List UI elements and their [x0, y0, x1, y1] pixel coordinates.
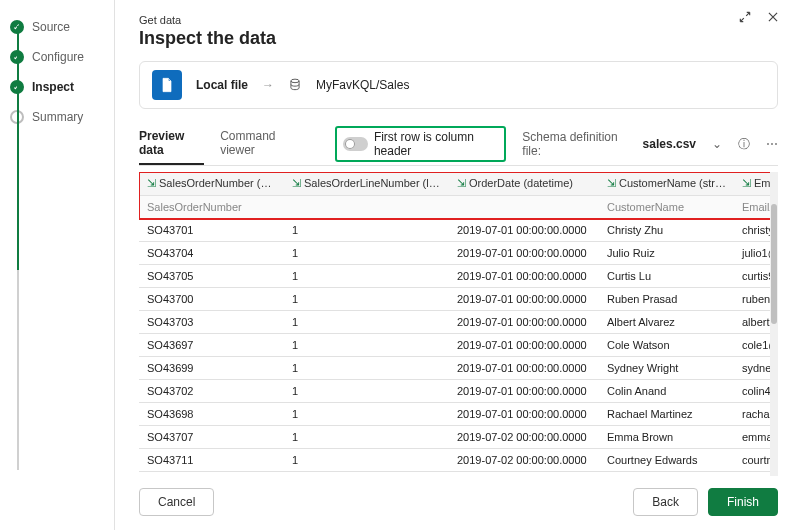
table-cell: Colin Anand: [599, 380, 734, 403]
tabs-row: Preview data Command viewer First row is…: [139, 123, 778, 166]
tab-preview-data[interactable]: Preview data: [139, 123, 204, 165]
table-row[interactable]: SO4370612019-07-02 00:00:00.0000Edward B…: [139, 472, 778, 477]
table-cell: Cole Watson: [599, 334, 734, 357]
table-cell: SO43698: [139, 403, 284, 426]
table-row[interactable]: SO4370212019-07-01 00:00:00.0000Colin An…: [139, 380, 778, 403]
table-row[interactable]: SO4369812019-07-01 00:00:00.0000Rachael …: [139, 403, 778, 426]
close-icon[interactable]: [766, 10, 780, 27]
step-configure[interactable]: ✓ Configure: [10, 42, 114, 72]
table-cell: 1: [284, 219, 449, 242]
table-cell: 1: [284, 242, 449, 265]
chevron-down-icon[interactable]: ⌄: [712, 137, 722, 151]
step-label: Summary: [32, 110, 83, 124]
destination-path: MyFavKQL/Sales: [316, 78, 409, 92]
main-panel: Get data Inspect the data Local file → M…: [115, 0, 800, 530]
table-cell: Sydney Wright: [599, 357, 734, 380]
table-row[interactable]: SO4370112019-07-01 00:00:00.0000Christy …: [139, 219, 778, 242]
preview-table: ⇲SalesOrderNumber (string) ⇲SalesOrderLi…: [139, 172, 778, 476]
table-cell: 1: [284, 265, 449, 288]
table-cell: Emma Brown: [599, 426, 734, 449]
source-path-box: Local file → MyFavKQL/Sales: [139, 61, 778, 109]
wizard-steps-rail: ✓ Source ✓ Configure ✓ Inspect Summary: [0, 0, 115, 530]
schema-definition-label: Schema definition file:: [522, 130, 626, 158]
table-cell: 2019-07-01 00:00:00.0000: [449, 265, 599, 288]
table-cell: 1: [284, 426, 449, 449]
arrow-right-icon: →: [262, 78, 274, 92]
table-cell: 1: [284, 334, 449, 357]
table-cell: SO43701: [139, 219, 284, 242]
table-cell: 2019-07-01 00:00:00.0000: [449, 219, 599, 242]
step-summary[interactable]: Summary: [10, 102, 114, 132]
table-cell: Rachael Martinez: [599, 403, 734, 426]
table-cell: 2019-07-01 00:00:00.0000: [449, 334, 599, 357]
table-cell: Julio Ruiz: [599, 242, 734, 265]
table-row[interactable]: SO4370512019-07-01 00:00:00.0000Curtis L…: [139, 265, 778, 288]
table-cell: SO43706: [139, 472, 284, 477]
filter-cell[interactable]: CustomerName: [599, 196, 734, 219]
table-cell: SO43704: [139, 242, 284, 265]
schema-definition-file: sales.csv: [643, 137, 696, 151]
table-cell: SO43707: [139, 426, 284, 449]
column-header[interactable]: ⇲CustomerName (string): [599, 172, 734, 196]
table-cell: 2019-07-02 00:00:00.0000: [449, 449, 599, 472]
table-cell: 2019-07-01 00:00:00.0000: [449, 403, 599, 426]
preview-table-viewport: ⇲SalesOrderNumber (string) ⇲SalesOrderLi…: [139, 172, 778, 476]
finish-button[interactable]: Finish: [708, 488, 778, 516]
table-cell: 2019-07-01 00:00:00.0000: [449, 288, 599, 311]
table-row[interactable]: SO4370012019-07-01 00:00:00.0000Ruben Pr…: [139, 288, 778, 311]
table-header-row: ⇲SalesOrderNumber (string) ⇲SalesOrderLi…: [139, 172, 778, 196]
file-icon: [152, 70, 182, 100]
table-filter-row: SalesOrderNumber CustomerName EmailAddre…: [139, 196, 778, 219]
table-row[interactable]: SO4371112019-07-02 00:00:00.0000Courtney…: [139, 449, 778, 472]
table-cell: SO43711: [139, 449, 284, 472]
table-cell: 1: [284, 449, 449, 472]
source-kind-label: Local file: [196, 78, 248, 92]
table-row[interactable]: SO4369912019-07-01 00:00:00.0000Sydney W…: [139, 357, 778, 380]
svg-point-0: [291, 79, 299, 83]
step-source[interactable]: ✓ Source: [10, 12, 114, 42]
column-header[interactable]: ⇲SalesOrderNumber (string): [139, 172, 284, 196]
table-cell: Curtis Lu: [599, 265, 734, 288]
table-cell: 1: [284, 403, 449, 426]
table-row[interactable]: SO4369712019-07-01 00:00:00.0000Cole Wat…: [139, 334, 778, 357]
step-label: Inspect: [32, 80, 74, 94]
cancel-button[interactable]: Cancel: [139, 488, 214, 516]
table-row[interactable]: SO4370312019-07-01 00:00:00.0000Albert A…: [139, 311, 778, 334]
table-cell: Courtney Edwards: [599, 449, 734, 472]
table-cell: SO43705: [139, 265, 284, 288]
database-icon: [288, 78, 302, 92]
first-row-header-toggle-group: First row is column header: [335, 126, 506, 162]
column-header[interactable]: ⇲SalesOrderLineNumber (long): [284, 172, 449, 196]
filter-cell[interactable]: SalesOrderNumber: [139, 196, 284, 219]
table-cell: SO43700: [139, 288, 284, 311]
back-button[interactable]: Back: [633, 488, 698, 516]
table-cell: 2019-07-01 00:00:00.0000: [449, 357, 599, 380]
expand-icon[interactable]: [738, 10, 752, 27]
table-cell: Christy Zhu: [599, 219, 734, 242]
table-cell: 2019-07-02 00:00:00.0000: [449, 472, 599, 477]
step-inspect[interactable]: ✓ Inspect: [10, 72, 114, 102]
wizard-footer: Cancel Back Finish: [139, 476, 778, 530]
table-cell: 2019-07-01 00:00:00.0000: [449, 380, 599, 403]
step-connector-line: [17, 26, 19, 470]
step-label: Configure: [32, 50, 84, 64]
more-icon[interactable]: ⋯: [766, 137, 778, 151]
table-cell: 1: [284, 357, 449, 380]
table-cell: SO43703: [139, 311, 284, 334]
table-cell: Albert Alvarez: [599, 311, 734, 334]
table-row[interactable]: SO4370712019-07-02 00:00:00.0000Emma Bro…: [139, 426, 778, 449]
table-cell: 2019-07-02 00:00:00.0000: [449, 426, 599, 449]
column-header[interactable]: ⇲OrderDate (datetime): [449, 172, 599, 196]
tab-command-viewer[interactable]: Command viewer: [220, 123, 303, 165]
table-cell: 2019-07-01 00:00:00.0000: [449, 311, 599, 334]
scrollbar-thumb[interactable]: [771, 204, 777, 324]
first-row-header-label: First row is column header: [374, 130, 498, 158]
step-label: Source: [32, 20, 70, 34]
table-row[interactable]: SO4370412019-07-01 00:00:00.0000Julio Ru…: [139, 242, 778, 265]
info-icon[interactable]: ⓘ: [738, 136, 750, 153]
vertical-scrollbar[interactable]: [770, 172, 778, 476]
first-row-header-toggle[interactable]: [343, 137, 368, 151]
filter-cell[interactable]: [449, 196, 599, 219]
sort-icon: ⇲: [292, 177, 301, 189]
filter-cell[interactable]: [284, 196, 449, 219]
